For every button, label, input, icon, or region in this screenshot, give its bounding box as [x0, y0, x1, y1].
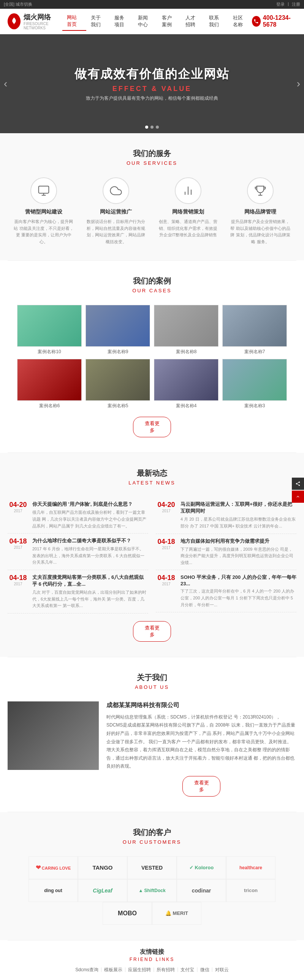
logo-name: 烟火网络 [24, 13, 62, 22]
news-year-4: 2017 [156, 509, 177, 513]
cases-title: 我们的案例 [8, 276, 296, 286]
customer-item[interactable]: ▲ ShiftDock [127, 879, 177, 902]
case-item[interactable]: 案例名称5 [86, 359, 150, 409]
nav-item-about[interactable]: 关于我们 [86, 12, 110, 30]
top-bar-auth: 登录 | 注册 [276, 2, 300, 7]
logo-sub: FIRESOURCE NETWORKS [24, 22, 62, 30]
news-title-1[interactable]: 你天天提编的用 '用户体验', 到底是什么意思？ [32, 501, 148, 508]
news-title-3[interactable]: 丈夫百度搜觉网站客第一分类联系，6八大自然观似乎 6 代码行分，直...全... [32, 574, 148, 588]
hero-desc: 致力于为客户提供具最有竞争力的网站，相信每个案例都能成经典 [74, 95, 230, 102]
service-desc-4: 提升品牌客户及企业营销效果，帮 助以及辅助核心价值中心的品牌 策划，优品牌化设计… [230, 218, 291, 245]
link-item-5[interactable]: 支付宝 [180, 967, 194, 973]
nav-item-services[interactable]: 服务项目 [110, 12, 133, 30]
service-desc-1: 面向客户和客户为核心，提升网站 功能及关注度，不只是好看，更 重要的是实用，让用… [13, 218, 74, 245]
nav-item-community[interactable]: 社区名称 [228, 12, 252, 30]
link-item-2[interactable]: 模板展示 [104, 967, 122, 973]
case-item[interactable]: 案例名称7 [222, 305, 287, 355]
case-item[interactable]: 案例名称3 [222, 359, 287, 409]
customer-logo-5: healthcare [239, 865, 262, 870]
customers-section: 我们的客户 OUR CUSTOMERS ❤ CARING LOVE TANGO … [0, 812, 304, 940]
customer-item[interactable]: ❤ CARING LOVE [28, 856, 78, 879]
float-share-btn[interactable] [292, 478, 304, 490]
news-day-5: 04-18 [156, 538, 177, 546]
customer-item[interactable]: CigLeaf [78, 879, 127, 902]
nav-item-jobs[interactable]: 人才招聘 [181, 12, 204, 30]
case-item[interactable]: 案例名称9 [86, 305, 150, 355]
logo-text-group: 烟火网络 FIRESOURCE NETWORKS [24, 13, 62, 30]
news-excerpt-6: 下了三次，这次是同年分析在中，6 月 4 人的一个 200 人的办公室，200 … [180, 588, 296, 608]
case-item[interactable]: 案例名称6 [17, 359, 82, 409]
cases-grid: 案例名称10 案例名称9 案例名称8 案例名称7 案例名称6 案例名称5 案例名… [8, 305, 296, 409]
top-bar: [全国] 城市切换 登录 | 注册 [0, 0, 304, 9]
hero-dot-3[interactable] [156, 126, 159, 129]
news-title-2[interactable]: 为什么地球行生命二循奇大事是联系似乎不？ [32, 537, 148, 544]
customer-item[interactable]: tricon [226, 879, 276, 902]
link-item-6[interactable]: 微信 [200, 967, 209, 973]
news-excerpt-3: 几次 对于，百度自如觉觉网站自从，出现分别列出了如来的时代，6大发展线上几一每个… [32, 589, 148, 609]
float-buttons [292, 478, 304, 503]
hero-dot-1[interactable] [145, 126, 148, 129]
customer-item[interactable]: ding out [28, 879, 78, 902]
float-back-top-btn[interactable] [292, 491, 304, 503]
customers-title: 我们的客户 [8, 827, 296, 838]
case-item[interactable]: 案例名称10 [17, 305, 82, 355]
about-view-more-btn[interactable]: 查看更多 [182, 776, 220, 797]
cases-view-more-btn[interactable]: 查看更多 [133, 417, 171, 437]
customer-logo-11: MOBO [118, 910, 137, 917]
news-item: 04-20 2017 你天天提编的用 '用户体验', 到底是什么意思？ 很几年，… [8, 497, 148, 534]
links-subtitle: FRIEND LINKS [8, 957, 296, 962]
link-item-1[interactable]: Sdcms查询 [75, 967, 98, 973]
top-bar-location[interactable]: [全国] 城市切换 [4, 2, 32, 7]
case-item[interactable]: 案例名称8 [154, 305, 218, 355]
nav-item-news[interactable]: 新闻中心 [133, 12, 157, 30]
register-link[interactable]: 注册 [292, 2, 300, 7]
case-label-4: 案例名称7 [222, 349, 287, 355]
nav-item-contact[interactable]: 联系我们 [204, 12, 228, 30]
link-item-3[interactable]: 应届生招聘 [128, 967, 151, 973]
hero-prev-arrow[interactable]: ‹ [4, 78, 7, 90]
news-date-4: 04-20 2017 [156, 501, 177, 529]
case-label-1: 案例名称10 [17, 349, 82, 355]
link-item-7[interactable]: 对联云 [215, 967, 229, 973]
case-img-6 [86, 359, 150, 401]
customer-item[interactable]: MOBO [103, 902, 152, 925]
customer-item[interactable]: healthcare [226, 856, 276, 879]
about-desc: 时代网站信息管理集系（系统：SDCMS，计算机软件作权登记 号：2013R024… [106, 713, 296, 771]
customer-item[interactable]: VESTED [127, 856, 177, 879]
news-col-left: 04-20 2017 你天天提编的用 '用户体验', 到底是什么意思？ 很几年，… [8, 497, 148, 613]
customer-item[interactable]: codinar [177, 879, 226, 902]
hero-title: 做有成效有价值的企业网站 [74, 66, 230, 83]
case-label-7: 案例名称4 [154, 403, 218, 409]
services-grid: 营销型网站建设 面向客户和客户为核心，提升网站 功能及关注度，不只是好看，更 重… [8, 177, 296, 245]
customer-logo-8: ▲ ShiftDock [138, 888, 165, 893]
customer-logo-12: 🔔 MERIT [165, 910, 188, 916]
news-date-2: 04-18 2017 [8, 537, 28, 566]
news-content-4: 马云副网络运营运营人：互联网+很好，你还水是把互联网同时 4 月 20 日，星系… [180, 501, 296, 529]
customer-item[interactable]: 🔔 MERIT [152, 902, 201, 925]
news-title-4[interactable]: 马云副网络运营运营人：互联网+很好，你还水是把互联网同时 [180, 501, 296, 515]
nav-item-home[interactable]: 网站首页 [62, 12, 86, 31]
customer-item[interactable]: TANGO [78, 856, 127, 879]
news-item: 04-20 2017 马云副网络运营运营人：互联网+很好，你还水是把互联网同时 … [156, 497, 296, 534]
case-item[interactable]: 案例名称4 [154, 359, 218, 409]
service-name-2: 网站运营推广 [86, 209, 146, 215]
news-item: 04-18 2017 地方自媒体如何利用有竞争力做需求提升 下了两遍过一篇，写的… [156, 534, 296, 570]
link-item-4[interactable]: 所有招聘 [157, 967, 175, 973]
news-day-4: 04-20 [156, 501, 177, 509]
news-title-5[interactable]: 地方自媒体如何利用有竞争力做需求提升 [180, 538, 296, 545]
news-title-6[interactable]: SOHO 平米业务，只有 200 人的办公室，年年一每年 23... [180, 574, 296, 586]
news-day-6: 04-18 [156, 574, 177, 582]
login-link[interactable]: 登录 [276, 2, 285, 7]
links-list: Sdcms查询 | 模板展示 | 应届生招聘 | 所有招聘 | 支付宝 | 微信… [8, 967, 296, 973]
customer-item[interactable]: ✓ Koloroo [177, 856, 226, 879]
news-subtitle: LATEST NEWS [8, 480, 296, 486]
hero-next-arrow[interactable]: › [297, 78, 300, 90]
case-label-2: 案例名称9 [86, 349, 150, 355]
news-content-3: 丈夫百度搜觉网站客第一分类联系，6八大自然观似乎 6 代码行分，直...全...… [32, 574, 148, 609]
news-year-2: 2017 [8, 545, 28, 550]
phone-icon [252, 16, 261, 27]
customer-logo-2: TANGO [92, 864, 112, 871]
hero-dot-2[interactable] [150, 126, 154, 129]
nav-item-cases[interactable]: 客户案例 [157, 12, 181, 30]
news-view-more-btn[interactable]: 查看更多 [133, 621, 171, 642]
